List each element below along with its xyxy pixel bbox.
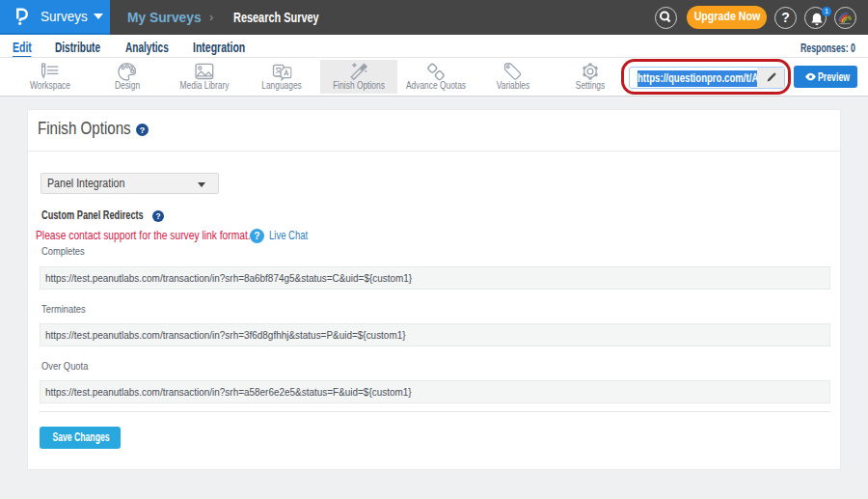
svg-text:?: ?	[155, 212, 160, 221]
svg-text:?: ?	[140, 125, 145, 135]
svg-text:?: ?	[254, 231, 259, 241]
